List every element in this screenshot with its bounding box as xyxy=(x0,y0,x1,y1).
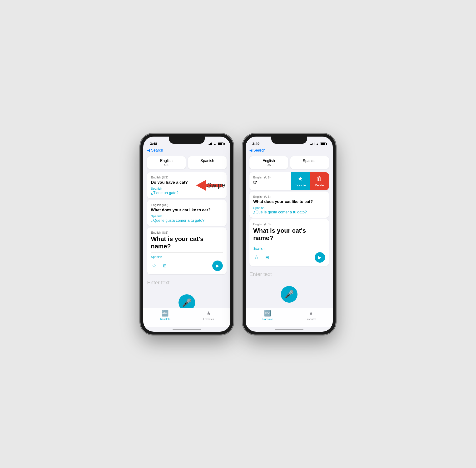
favorite-action-btn[interactable]: ★ Favorite xyxy=(291,172,310,190)
card-1-container: English (US) Do you have a cat? Spanish … xyxy=(147,172,227,198)
main-translation-card[interactable]: English (US) What is your cat's name? Sp… xyxy=(147,227,227,274)
favorites-tab-icon-2: ★ xyxy=(309,310,314,317)
swipe-label: Swipe xyxy=(207,182,225,189)
main-divider xyxy=(151,252,223,253)
copy-icon-2[interactable]: ⊞ xyxy=(264,254,270,261)
swiped-card-row: English (US) t? ★ Favorite 🗑 Delete xyxy=(249,172,329,190)
favorite-action-label: Favorite xyxy=(295,183,306,187)
main-original-2: What is your cat's name? xyxy=(253,227,325,242)
main-trans-lang-2: Spanish xyxy=(253,247,325,250)
lang-btn-english[interactable]: English US xyxy=(147,156,186,169)
signal-bar-2-1 xyxy=(310,145,311,145)
tab-translate[interactable]: 🔤 Translate xyxy=(143,310,187,321)
lang-english-name-2: English xyxy=(251,159,286,163)
battery-fill-2 xyxy=(321,143,325,145)
home-bar xyxy=(173,329,201,330)
swipe-action-buttons: ★ Favorite 🗑 Delete xyxy=(291,172,329,190)
home-indicator-2 xyxy=(246,327,333,332)
tab-favorites-2[interactable]: ★ Favorites xyxy=(289,310,333,321)
signal-bar-2-4 xyxy=(314,143,314,145)
battery-fill xyxy=(218,143,222,145)
lang-btn-english-2[interactable]: English US xyxy=(249,156,288,169)
translate-tab-icon: 🔤 xyxy=(162,310,169,317)
main-divider-2 xyxy=(253,244,325,244)
phone-2-screen: 3:49 ▲ ◀ Search xyxy=(246,137,333,332)
card-1-translated: ¿Tiene un gato? xyxy=(151,191,223,195)
lang-btn-spanish-2[interactable]: Spanish xyxy=(290,156,329,169)
phone-1-frame: 3:48 ▲ ◀ Search xyxy=(140,134,233,335)
notch xyxy=(169,137,205,144)
tab-bar: 🔤 Translate ★ Favorites xyxy=(143,308,230,327)
phone-2: 3:49 ▲ ◀ Search xyxy=(243,134,336,335)
signal-bars xyxy=(208,143,212,145)
card-2-translated: ¿Qué le gusta comer a tu gato? xyxy=(151,219,223,223)
tab-translate-2[interactable]: 🔤 Translate xyxy=(246,310,289,321)
phone-1-screen: 3:48 ▲ ◀ Search xyxy=(143,137,230,332)
signal-bar-2 xyxy=(209,144,210,145)
swiped-orig-lang: English (US) xyxy=(253,176,287,179)
card-2-trans-lang: Spanish xyxy=(151,214,223,218)
translation-card-2[interactable]: English (US) What does your cat like to … xyxy=(147,200,227,226)
main-original: What is your cat's name? xyxy=(151,235,223,250)
mic-container-2: 🎤 xyxy=(246,281,333,305)
tab-favorites[interactable]: ★ Favorites xyxy=(187,310,230,321)
lang-btn-spanish[interactable]: Spanish xyxy=(188,156,227,169)
card-1-orig-lang: English (US) xyxy=(151,176,223,179)
translate-tab-label: Translate xyxy=(160,318,170,321)
favorites-tab-label-2: Favorites xyxy=(306,318,316,321)
card-2b-orig-lang: English (US) xyxy=(253,195,325,198)
play-button[interactable]: ▶ xyxy=(212,261,223,271)
lang-spanish-name: Spanish xyxy=(190,159,225,163)
favorite-icon[interactable]: ☆ xyxy=(151,263,158,269)
battery-icon-2 xyxy=(320,143,326,145)
scroll-content-2[interactable]: English (US) t? ★ Favorite 🗑 Delete xyxy=(246,171,333,308)
swiped-card-content: English (US) t? xyxy=(249,172,291,190)
mic-button-2[interactable]: 🎤 xyxy=(281,286,298,303)
language-selector-2: English US Spanish xyxy=(246,154,333,171)
nav-back-2[interactable]: ◀ Search xyxy=(246,147,333,154)
tab-bar-2: 🔤 Translate ★ Favorites xyxy=(246,308,333,327)
main-translation-card-2[interactable]: English (US) What is your cat's name? Sp… xyxy=(249,219,329,266)
lang-english-name: English xyxy=(149,159,184,163)
lang-spanish-name-2: Spanish xyxy=(292,159,327,163)
signal-bar-2-3 xyxy=(312,143,313,145)
mic-button[interactable]: 🎤 xyxy=(178,294,195,308)
delete-action-btn[interactable]: 🗑 Delete xyxy=(310,172,329,190)
wifi-icon-2: ▲ xyxy=(316,142,319,146)
translation-card-1[interactable]: English (US) Do you have a cat? Spanish … xyxy=(147,172,227,198)
favorite-icon-2[interactable]: ☆ xyxy=(253,254,260,261)
delete-action-label: Delete xyxy=(315,183,324,187)
phone-2-frame: 3:49 ▲ ◀ Search xyxy=(243,134,336,335)
main-actions-2: ☆ ⊞ ▶ xyxy=(253,252,325,263)
phone-1: 3:48 ▲ ◀ Search xyxy=(140,134,233,335)
play-button-2[interactable]: ▶ xyxy=(315,252,325,263)
back-button-2[interactable]: ◀ Search xyxy=(249,148,329,152)
signal-bars-2 xyxy=(310,143,314,145)
status-time: 3:48 xyxy=(150,142,157,146)
main-action-left-2: ☆ ⊞ xyxy=(253,254,270,261)
mic-container: 🎤 xyxy=(143,290,230,308)
lang-english-sub-2: US xyxy=(251,163,286,167)
language-selector: English US Spanish xyxy=(143,154,230,171)
enter-text-placeholder: Enter text xyxy=(147,279,169,286)
signal-bar-1 xyxy=(208,145,208,145)
main-actions: ☆ ⊞ ▶ xyxy=(151,261,223,271)
battery-icon xyxy=(218,143,224,145)
favorites-tab-icon: ★ xyxy=(206,310,211,317)
text-input-area[interactable]: Enter text xyxy=(143,276,230,290)
main-trans-lang: Spanish xyxy=(151,255,223,259)
delete-action-icon: 🗑 xyxy=(316,175,322,182)
status-icons-2: ▲ xyxy=(310,142,326,146)
signal-bar-2-2 xyxy=(311,144,312,145)
swipe-annotation: Swipe xyxy=(196,180,223,190)
text-input-area-2[interactable]: Enter text xyxy=(246,267,333,281)
card-2-orig-lang: English (US) xyxy=(151,203,223,207)
home-bar-2 xyxy=(275,329,303,330)
scroll-content[interactable]: English (US) Do you have a cat? Spanish … xyxy=(143,171,230,308)
back-button[interactable]: ◀ Search xyxy=(147,148,227,152)
status-icons: ▲ xyxy=(208,142,224,146)
wifi-icon: ▲ xyxy=(213,142,216,146)
translation-card-2b[interactable]: English (US) What does your cat like to … xyxy=(249,191,329,218)
nav-back[interactable]: ◀ Search xyxy=(143,147,230,154)
copy-icon[interactable]: ⊞ xyxy=(161,263,168,269)
